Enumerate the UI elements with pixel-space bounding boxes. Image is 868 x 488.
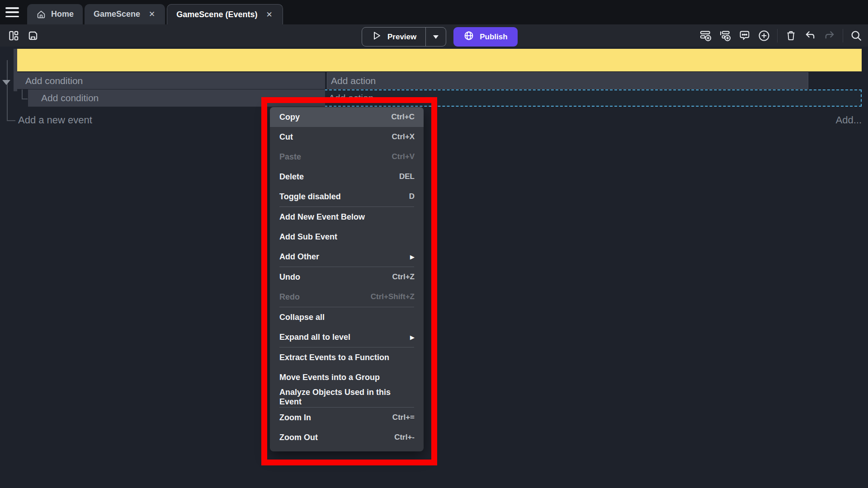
toolbar-left-group (7, 24, 39, 47)
add-circle-icon[interactable] (758, 29, 770, 42)
menu-item-analyze-objects-used-in-this-event[interactable]: Analyze Objects Used in this Event (270, 387, 424, 407)
preview-button[interactable]: Preview (362, 27, 446, 47)
menu-item-paste[interactable]: PasteCtrl+V (270, 147, 424, 167)
publish-button-label: Publish (480, 33, 507, 42)
add-comment-icon[interactable] (738, 29, 751, 42)
preview-options-dropdown[interactable] (426, 28, 446, 46)
menu-item-copy[interactable]: CopyCtrl+C (270, 107, 424, 127)
menu-item-cut[interactable]: CutCtrl+X (270, 127, 424, 147)
menu-item-label: Undo (279, 272, 300, 282)
menu-item-label: Add Sub Event (279, 232, 337, 242)
menu-item-label: Move Events into a Group (279, 373, 380, 382)
save-icon[interactable] (27, 29, 39, 42)
gdevelop-window: HomeGameScene✕GameScene (Events)✕ Previe… (0, 0, 868, 488)
collapse-caret-icon[interactable] (2, 80, 10, 85)
tree-line (22, 89, 23, 99)
tab-close-icon[interactable]: ✕ (265, 9, 273, 20)
menu-item-undo[interactable]: UndoCtrl+Z (270, 267, 424, 287)
comment-event-bar[interactable] (17, 49, 862, 71)
home-icon (36, 9, 46, 19)
events-sheet: Add condition Add action Add condition A… (0, 47, 868, 488)
publish-button[interactable]: Publish (453, 27, 517, 47)
main-menu-icon[interactable] (5, 6, 20, 18)
add-action-cell[interactable]: Add action (327, 72, 808, 89)
menu-item-move-events-into-a-group[interactable]: Move Events into a Group (270, 367, 424, 387)
tab-close-icon[interactable]: ✕ (148, 9, 156, 20)
subevent-gutter[interactable] (28, 89, 35, 107)
toolbar-divider (843, 29, 843, 42)
menu-item-shortcut: Ctrl+= (392, 413, 415, 422)
trash-icon[interactable] (784, 29, 797, 42)
add-action-label: Add action (329, 93, 373, 103)
add-subevent-icon[interactable] (719, 29, 731, 42)
menu-item-label: Analyze Objects Used in this Event (279, 388, 415, 407)
menu-item-add-new-event-below[interactable]: Add New Event Below (270, 207, 424, 227)
menu-item-add-other[interactable]: Add Other▶ (270, 247, 424, 267)
menu-item-zoom-out[interactable]: Zoom OutCtrl+- (270, 427, 424, 447)
menu-item-redo[interactable]: RedoCtrl+Shift+Z (270, 287, 424, 307)
menu-item-zoom-in[interactable]: Zoom InCtrl+= (270, 408, 424, 427)
tab-home[interactable]: Home (27, 4, 83, 24)
menu-item-extract-events-to-a-function[interactable]: Extract Events to a Function (270, 347, 424, 367)
toolbar: Preview Publish (0, 24, 868, 47)
tree-line (22, 99, 28, 99)
menu-item-label: Delete (279, 172, 304, 182)
event-gutter[interactable] (14, 49, 17, 91)
context-menu: CopyCtrl+CCutCtrl+XPasteCtrl+VDeleteDELT… (270, 107, 424, 451)
tab-label: GameScene (94, 9, 140, 19)
add-condition-label: Add condition (41, 93, 99, 103)
toolbar-divider (777, 29, 778, 42)
add-new-event-button[interactable]: Add a new event (18, 114, 92, 126)
play-icon (371, 30, 382, 43)
menu-item-label: Add New Event Below (279, 212, 365, 222)
menu-item-toggle-disabled[interactable]: Toggle disabledD (270, 187, 424, 206)
menu-item-delete[interactable]: DeleteDEL (270, 167, 424, 187)
add-condition-cell-sub[interactable]: Add condition (35, 89, 325, 107)
menu-item-label: Cut (279, 132, 293, 142)
menu-item-label: Extract Events to a Function (279, 353, 389, 362)
menu-item-collapse-all[interactable]: Collapse all (270, 307, 424, 327)
menu-item-label: Collapse all (279, 313, 325, 322)
add-action-cell-sub[interactable]: Add action (329, 89, 373, 107)
menu-item-shortcut: D (409, 192, 415, 201)
tab-label: Home (51, 9, 74, 19)
globe-icon (463, 30, 474, 43)
menu-item-label: Paste (279, 152, 301, 162)
add-action-label: Add action (331, 75, 376, 86)
menu-item-label: Toggle disabled (279, 192, 341, 202)
menu-item-shortcut: Ctrl+Shift+Z (371, 292, 415, 301)
menu-item-add-sub-event[interactable]: Add Sub Event (270, 227, 424, 247)
search-icon[interactable] (850, 29, 863, 42)
menu-item-shortcut: Ctrl+X (392, 132, 415, 141)
add-more-button[interactable]: Add... (836, 114, 862, 126)
toolbar-center-group: Preview Publish (362, 27, 518, 47)
menu-item-label: Copy (279, 113, 300, 122)
menu-item-label: Zoom In (279, 413, 311, 422)
add-event-icon[interactable] (699, 29, 712, 42)
tab-strip: HomeGameScene✕GameScene (Events)✕ (27, 4, 283, 24)
submenu-arrow-icon: ▶ (410, 334, 415, 341)
toolbar-right-group (699, 24, 863, 47)
menu-item-shortcut: DEL (399, 172, 415, 181)
tab-bar: HomeGameScene✕GameScene (Events)✕ (0, 0, 868, 24)
add-condition-cell[interactable]: Add condition (17, 72, 325, 89)
submenu-arrow-icon: ▶ (410, 253, 415, 260)
menu-item-shortcut: Ctrl+V (392, 152, 415, 161)
menu-item-shortcut: Ctrl+C (392, 113, 415, 122)
menu-item-label: Zoom Out (279, 433, 318, 442)
menu-item-shortcut: Ctrl+- (394, 433, 415, 442)
menu-item-label: Redo (279, 292, 300, 302)
menu-item-label: Add Other (279, 252, 319, 262)
panels-icon[interactable] (7, 29, 20, 42)
tree-line (7, 60, 8, 121)
preview-button-label: Preview (387, 33, 416, 42)
undo-icon[interactable] (804, 29, 816, 42)
menu-item-expand-all-to-level[interactable]: Expand all to level▶ (270, 327, 424, 347)
tree-line (7, 120, 15, 121)
menu-item-label: Expand all to level (279, 333, 350, 342)
add-condition-label: Add condition (25, 75, 83, 86)
tab-gamescene-events[interactable]: GameScene (Events)✕ (167, 4, 283, 24)
tab-gamescene[interactable]: GameScene✕ (85, 4, 165, 24)
menu-item-shortcut: Ctrl+Z (392, 272, 415, 282)
redo-icon[interactable] (823, 29, 836, 42)
